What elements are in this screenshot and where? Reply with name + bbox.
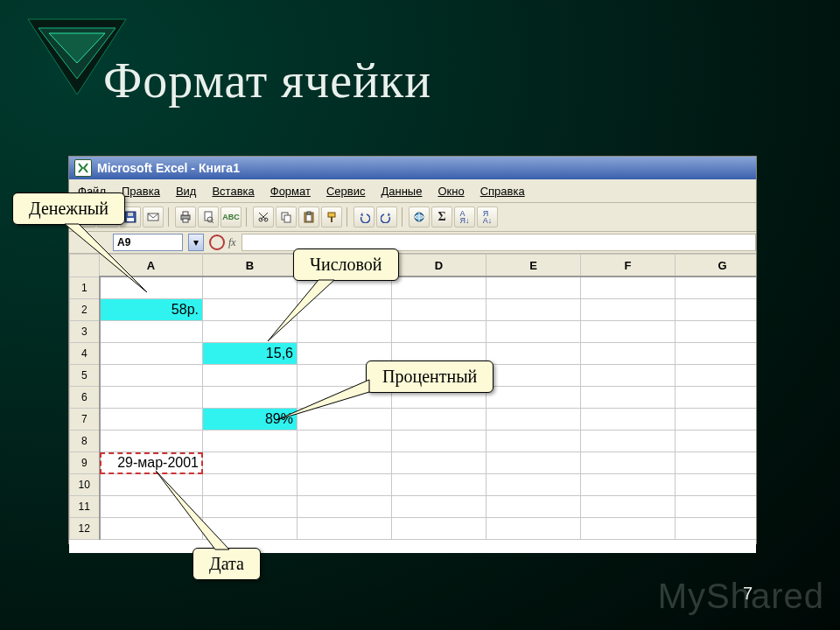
name-box-dropdown[interactable]: ▾ [188,234,204,251]
menu-edit[interactable]: Правка [122,185,160,198]
menu-format[interactable]: Формат [270,185,311,198]
row-3[interactable]: 3 [70,321,100,343]
tb-undo-icon[interactable] [354,206,374,228]
tb-redo-icon[interactable] [376,206,397,228]
toolbar-separator [246,207,248,227]
row-8[interactable]: 8 [70,430,100,452]
formula-bar: A9 ▾ fx [69,232,756,254]
svg-rect-5 [127,218,134,221]
row-9[interactable]: 9 [70,452,100,474]
svg-marker-2 [49,33,105,63]
cell-A2[interactable]: 58р. [100,299,203,321]
column-header-row: A B C D E F G [70,255,757,277]
fx-label[interactable]: fx [228,236,236,249]
tb-cut-icon[interactable] [253,206,274,228]
col-E[interactable]: E [486,255,581,277]
select-all-corner[interactable] [70,255,100,277]
row-11[interactable]: 11 [70,496,100,518]
svg-rect-20 [307,212,311,214]
slide-title: Формат ячейки [103,52,805,108]
menu-help[interactable]: Справка [480,185,525,198]
cell-A9-selected[interactable]: 29-мар-2001 [100,452,203,474]
tb-autosum-icon[interactable]: Σ [431,206,452,228]
svg-rect-22 [331,217,332,222]
svg-rect-17 [284,215,290,222]
toolbar-separator [346,207,349,227]
tb-hyperlink-icon[interactable] [409,206,430,228]
excel-titlebar: Microsoft Excel - Книга1 [69,157,756,179]
excel-window: Microsoft Excel - Книга1 Файл Правка Вид… [68,156,757,544]
callout-percent: Процентный [366,360,494,393]
callout-date: Дата [192,548,261,580]
toolbar-separator [402,207,404,227]
callout-money: Денежный [12,192,125,225]
col-G[interactable]: G [676,255,757,277]
svg-rect-21 [328,213,335,217]
svg-line-13 [212,221,214,223]
row-5[interactable]: 5 [70,365,100,387]
excel-app-icon [74,159,92,177]
excel-title-text: Microsoft Excel - Книга1 [97,161,240,175]
cell-B7[interactable]: 89% [203,409,298,430]
tb-preview-icon[interactable] [198,206,219,228]
tb-mail-icon[interactable] [143,206,164,228]
row-7[interactable]: 7 [70,409,100,430]
tb-paste-icon[interactable] [298,206,319,228]
tb-print-icon[interactable] [175,206,196,228]
excel-menubar[interactable]: Файл Правка Вид Вставка Формат Сервис Да… [69,179,756,203]
row-4[interactable]: 4 [70,343,100,365]
row-1[interactable]: 1 [70,276,100,299]
spreadsheet-grid[interactable]: A B C D E F G 1 2 58р. 3 4 15,6 5 [69,254,756,553]
cell-B4[interactable]: 15,6 [203,343,298,365]
tb-format-painter-icon[interactable] [321,206,342,228]
tb-copy-icon[interactable] [276,206,297,228]
menu-tools[interactable]: Сервис [326,185,366,198]
callout-number: Числовой [293,248,399,281]
col-B[interactable]: B [203,255,298,277]
tb-spell-icon[interactable]: ABC [220,206,242,228]
menu-insert[interactable]: Вставка [212,185,254,198]
svg-rect-9 [183,212,188,215]
toolbar-separator [168,207,171,227]
row-10[interactable]: 10 [70,474,100,496]
tb-sort-desc-icon[interactable]: ЯА↓ [477,206,498,228]
col-F[interactable]: F [581,255,676,277]
row-2[interactable]: 2 [70,299,100,321]
svg-rect-10 [183,219,188,222]
name-box[interactable]: A9 [113,234,183,251]
svg-rect-19 [306,214,312,221]
watermark: MyShared [658,577,824,616]
svg-rect-11 [205,212,212,220]
fx-circle-icon [209,234,225,250]
menu-data[interactable]: Данные [381,185,422,198]
svg-rect-6 [128,213,133,216]
menu-window[interactable]: Окно [438,185,464,198]
tb-sort-asc-icon[interactable]: АЯ↓ [454,206,475,228]
row-12[interactable]: 12 [70,518,100,540]
row-6[interactable]: 6 [70,387,100,409]
excel-toolbar: ABC Σ АЯ↓ ЯА↓ [69,203,756,232]
menu-view[interactable]: Вид [176,185,197,198]
col-D[interactable]: D [392,255,486,277]
col-A[interactable]: A [100,255,203,277]
